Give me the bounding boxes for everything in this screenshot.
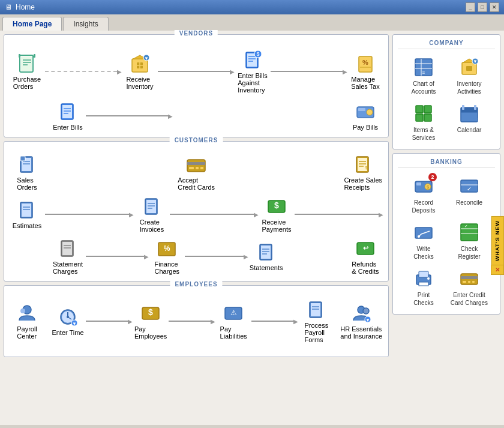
pay-employees-item[interactable]: $ PayEmployees [133, 301, 169, 341]
svg-rect-1 [21, 56, 32, 71]
check-register-item[interactable]: ✓ CheckRegister [448, 219, 491, 263]
svg-rect-6 [34, 54, 35, 58]
arrow10: ▶ [86, 318, 133, 325]
tab-insights[interactable]: Insights [63, 17, 108, 31]
svg-rect-114 [474, 105, 476, 110]
svg-text:↩: ↩ [362, 244, 368, 252]
whats-new-label: WHAT'S NEW [491, 216, 504, 265]
svg-rect-135 [463, 281, 466, 283]
svg-text:⚠: ⚠ [230, 309, 237, 317]
payroll-center-item[interactable]: PayrollCenter [9, 301, 45, 341]
pay-bills-item[interactable]: Pay Bills [347, 100, 383, 132]
customers-row1: SalesOrders AcceptCredit Cards [9, 152, 383, 192]
right-panel: COMPANY ≡ Chart ofAccounts [392, 34, 500, 421]
company-title: COMPANY [398, 40, 495, 49]
receive-inventory-label: ReceiveInventory [126, 76, 153, 90]
svg-text:$: $ [274, 200, 279, 210]
pay-bills-label: Pay Bills [353, 124, 378, 131]
refunds-credits-item[interactable]: ↩ Refunds& Credits [347, 237, 383, 276]
arrow2: ▶ [158, 68, 235, 75]
process-payroll-forms-item[interactable]: ProcessPayrollForms [298, 298, 334, 345]
svg-point-31 [367, 109, 373, 115]
hr-essentials-item[interactable]: ▼ HR Essentialsand Insurance [339, 301, 383, 341]
svg-point-78 [67, 316, 69, 318]
svg-rect-38 [187, 162, 205, 165]
svg-rect-100 [466, 66, 472, 71]
record-deposits-item[interactable]: $ ↑ 2 RecordDeposits [402, 173, 445, 217]
vendor-flow-row1: PurchaseOrders ▶ ▼ Re [9, 48, 383, 95]
customers-title: CUSTOMERS [170, 137, 223, 143]
minimize-button[interactable]: _ [466, 2, 475, 12]
svg-rect-37 [187, 160, 205, 172]
close-button[interactable]: ✕ [490, 2, 499, 12]
svg-rect-106 [424, 114, 431, 121]
svg-rect-113 [462, 105, 464, 110]
svg-text:▼: ▼ [144, 56, 149, 61]
svg-point-124 [418, 235, 420, 238]
statement-charges-label: StatementCharges [53, 261, 83, 275]
company-section: COMPANY ≡ Chart ofAccounts [392, 34, 500, 149]
svg-rect-66 [261, 246, 271, 259]
enter-time-item[interactable]: ▼ Enter Time [50, 305, 86, 337]
record-deposits-icon-wrapper: $ ↑ 2 [413, 175, 434, 197]
svg-text:≡: ≡ [422, 70, 425, 76]
svg-text:✓: ✓ [467, 185, 472, 192]
enter-bills-label: Enter Bills [53, 124, 83, 131]
vendors-title: VENDORS [175, 30, 218, 37]
create-invoices-item[interactable]: CreateInvoices [134, 194, 170, 234]
print-checks-item[interactable]: PrintChecks [402, 265, 445, 309]
arrow6: ▶ [170, 211, 259, 218]
tabs-bar: Home Page Insights [0, 14, 504, 31]
vendors-section: VENDORS PurchaseOrders [4, 34, 389, 137]
pay-liabilities-item[interactable]: ⚠ PayLiabilities [215, 301, 251, 341]
estimates-item[interactable]: Estimates [9, 198, 45, 231]
sales-orders-label: SalesOrders [17, 176, 37, 191]
reconcile-item[interactable]: ✓ Reconcile [448, 173, 491, 217]
chart-of-accounts-item[interactable]: ≡ Chart ofAccounts [402, 54, 445, 98]
purchase-orders-item[interactable]: PurchaseOrders [9, 52, 45, 91]
arrow5: ▶ [45, 211, 134, 218]
payroll-center-label: PayrollCenter [17, 325, 37, 340]
statement-charges-item[interactable]: StatementCharges [50, 237, 86, 276]
inventory-activities-item[interactable]: ▼ InventoryActivities [448, 54, 491, 98]
finance-charges-item[interactable]: % FinanceCharges [149, 237, 185, 276]
manage-sales-tax-item[interactable]: % ManageSales Tax [347, 52, 383, 91]
svg-text:▼: ▼ [473, 59, 478, 64]
maximize-button[interactable]: □ [478, 2, 487, 12]
customers-row3: StatementCharges ▶ % FinanceCharges ▶ [9, 237, 383, 276]
receive-inventory-item[interactable]: ▼ ReceiveInventory [122, 52, 158, 91]
svg-text:$: $ [427, 184, 430, 190]
enter-credit-card-charges-label: Enter CreditCard Charges [451, 291, 488, 307]
write-checks-item[interactable]: WriteChecks [402, 219, 445, 263]
enter-bills-inventory-item[interactable]: $ Enter BillsAgainstInventory [235, 48, 271, 95]
svg-rect-60 [62, 242, 72, 255]
enter-credit-card-charges-item[interactable]: Enter CreditCard Charges [448, 265, 491, 309]
enter-bills-item[interactable]: Enter Bills [50, 100, 86, 132]
arrow8: ▶ [86, 253, 149, 260]
receive-payments-item[interactable]: $ ReceivePayments [259, 194, 295, 234]
svg-rect-116 [416, 182, 421, 185]
calendar-item[interactable]: 7 14 21 Calendar [448, 100, 491, 144]
items-services-item[interactable]: Items &Services [402, 100, 445, 144]
create-invoices-label: CreateInvoices [140, 219, 164, 233]
svg-rect-130 [419, 271, 428, 277]
left-panel: VENDORS PurchaseOrders [4, 34, 389, 421]
create-sales-receipts-item[interactable]: $ Create SalesReceipts [343, 152, 383, 192]
statements-item[interactable]: Statements [248, 240, 284, 273]
customers-row2: Estimates ▶ CreateInvoices [9, 194, 383, 234]
sales-orders-item[interactable]: SalesOrders [9, 152, 45, 192]
main-content: VENDORS PurchaseOrders [0, 31, 504, 425]
whats-new-tab[interactable]: WHAT'S NEW ✕ [491, 216, 504, 275]
print-checks-label: PrintChecks [413, 291, 433, 307]
svg-rect-36 [20, 156, 25, 161]
tab-home[interactable]: Home Page [2, 17, 62, 31]
svg-text:%: % [164, 244, 170, 253]
manage-sales-tax-label: ManageSales Tax [351, 76, 380, 90]
enter-time-label: Enter Time [52, 329, 83, 336]
whats-new-close[interactable]: ✕ [491, 265, 504, 275]
svg-rect-5 [19, 54, 20, 58]
svg-rect-40 [196, 167, 199, 169]
svg-text:▼: ▼ [72, 321, 77, 327]
accept-credit-cards-item[interactable]: AcceptCredit Cards [176, 152, 216, 192]
svg-text:21: 21 [473, 117, 478, 121]
